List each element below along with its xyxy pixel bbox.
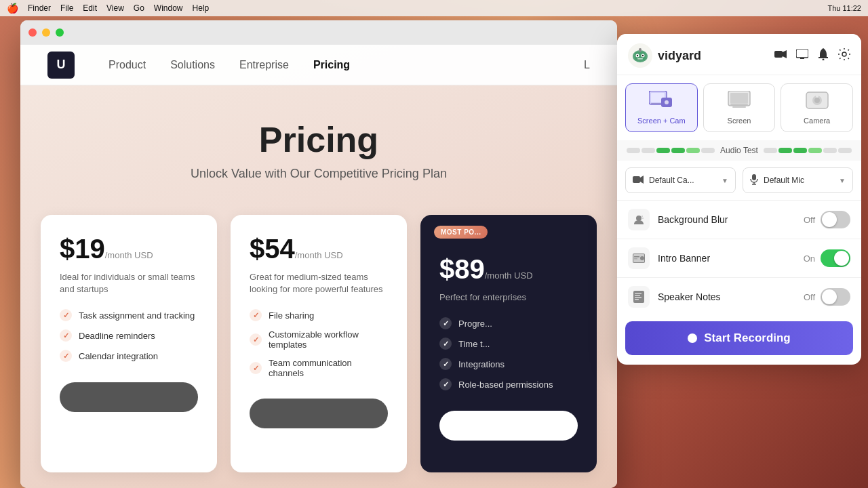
check-mark: ✓: [443, 360, 449, 369]
svg-marker-11: [783, 50, 787, 58]
svg-point-8: [639, 48, 642, 51]
feature-label: Team communication channels: [269, 358, 388, 378]
check-mark: ✓: [253, 311, 259, 320]
camera-select[interactable]: Default Ca... ▼: [625, 167, 736, 193]
audio-test-bar: Audio Test: [617, 140, 861, 161]
price-desc-enterprise: Perfect for enterprises: [439, 291, 578, 304]
feature-list-pro: ✓ File sharing ✓ Customizable workflow t…: [250, 309, 388, 378]
feature-label: Task assignment and tracking: [79, 310, 195, 321]
widget-header: vidyard: [617, 34, 861, 75]
menubar-file[interactable]: File: [60, 3, 73, 13]
nav-solutions[interactable]: Solutions: [170, 59, 215, 71]
screen-cam-icon: [630, 91, 693, 114]
mic-select[interactable]: Default Mic ▼: [743, 167, 853, 193]
card-cta-pro[interactable]: [250, 399, 388, 428]
price-basic: $19/month USD: [60, 234, 198, 264]
nav-right-item[interactable]: L: [584, 59, 590, 71]
menubar-go[interactable]: Go: [134, 3, 144, 13]
check-mark: ✓: [253, 336, 259, 344]
svg-point-20: [665, 100, 669, 104]
svg-rect-29: [633, 176, 640, 183]
intro-banner-row: Intro Banner On: [617, 239, 861, 277]
menubar-left: 🍎 Finder File Edit View Go Window Help: [7, 3, 209, 14]
check-mark: ✓: [253, 364, 259, 373]
traffic-light-close[interactable]: [28, 28, 37, 37]
menubar-window[interactable]: Window: [154, 3, 183, 13]
audio-segment: [671, 148, 685, 153]
mode-tab-screen-cam[interactable]: Screen + Cam: [625, 83, 698, 132]
webpage-content: U Product Solutions Entreprise Pricing L…: [20, 45, 617, 488]
check-icon: ✓: [60, 329, 72, 342]
feature-item: ✓ Team communication channels: [250, 358, 388, 378]
svg-rect-44: [635, 295, 640, 296]
svg-rect-39: [634, 256, 639, 258]
intro-banner-label: Intro Banner: [658, 253, 804, 264]
card-cta-enterprise[interactable]: [439, 411, 578, 441]
vidyard-widget: vidyard: [617, 34, 861, 365]
nav-product[interactable]: Product: [108, 59, 146, 71]
feature-item: ✓ Deadline reminders: [60, 329, 198, 342]
start-recording-button[interactable]: Start Recording: [625, 321, 853, 355]
menubar-help[interactable]: Help: [193, 3, 210, 13]
feature-list-basic: ✓ Task assignment and tracking ✓ Deadlin…: [60, 309, 198, 362]
check-mark: ✓: [63, 331, 69, 340]
menubar-edit[interactable]: Edit: [83, 3, 97, 13]
nav-pricing[interactable]: Pricing: [313, 59, 350, 71]
camera-icon[interactable]: [774, 49, 787, 62]
gear-icon[interactable]: [838, 48, 850, 63]
pricing-title: Pricing: [20, 119, 617, 160]
toggle-thumb: [822, 212, 837, 227]
start-recording-label: Start Recording: [704, 331, 791, 345]
camera-label: Camera: [785, 117, 848, 125]
intro-banner-toggle[interactable]: [821, 249, 850, 267]
feature-list-enterprise: ✓ Progre... ✓ Time t... ✓ Integrations: [439, 317, 578, 390]
record-dot: [688, 333, 697, 343]
mic-select-arrow: ▼: [839, 177, 846, 184]
menubar-view[interactable]: View: [106, 3, 124, 13]
feature-item: ✓ Customizable workflow templates: [250, 329, 388, 350]
background-blur-row: Background Blur Off: [617, 200, 861, 239]
svg-rect-40: [634, 258, 637, 260]
feature-label: Calendar integration: [79, 351, 158, 361]
mic-select-label: Default Mic: [764, 176, 833, 185]
check-icon: ✓: [60, 350, 72, 362]
mode-tabs: Screen + Cam Screen: [617, 75, 861, 140]
bell-icon[interactable]: [818, 48, 829, 63]
check-icon: ✓: [60, 309, 72, 321]
audio-segment: [823, 148, 837, 153]
price-desc-pro: Great for medium-sized teams looking for…: [250, 271, 388, 296]
background-blur-status: Off: [804, 215, 815, 225]
svg-point-15: [842, 52, 846, 56]
apple-menu[interactable]: 🍎: [7, 3, 18, 14]
traffic-light-minimize[interactable]: [42, 28, 50, 37]
nav-entreprise[interactable]: Entreprise: [239, 59, 289, 71]
screen-icon[interactable]: [796, 49, 808, 62]
site-navigation: U Product Solutions Entreprise Pricing L: [20, 45, 617, 85]
check-icon: ✓: [439, 378, 452, 390]
speaker-notes-label: Speaker Notes: [658, 291, 804, 302]
widget-header-icons: [774, 48, 850, 63]
speaker-notes-toggle[interactable]: [821, 288, 850, 306]
mode-tab-camera[interactable]: Camera: [781, 83, 853, 132]
site-logo: U: [47, 52, 75, 79]
price-desc-basic: Ideal for individuals or small teams and…: [60, 271, 198, 296]
svg-point-35: [642, 216, 643, 217]
pricing-cards: $19/month USD Ideal for individuals or s…: [20, 201, 617, 486]
svg-rect-45: [635, 297, 642, 298]
svg-rect-23: [730, 104, 748, 106]
check-icon: ✓: [250, 333, 262, 346]
traffic-light-maximize[interactable]: [56, 28, 64, 37]
price-pro: $54/month USD: [250, 234, 388, 264]
check-icon: ✓: [439, 338, 452, 350]
menubar-finder[interactable]: Finder: [28, 3, 51, 13]
svg-point-34: [636, 216, 642, 221]
background-blur-toggle[interactable]: [821, 211, 850, 228]
feature-item: ✓ Integrations: [439, 358, 578, 370]
mode-tab-screen[interactable]: Screen: [703, 83, 776, 132]
svg-point-36: [642, 218, 644, 219]
feature-label: Time t...: [458, 339, 490, 349]
background-blur-icon: [628, 209, 650, 230]
svg-point-41: [640, 256, 644, 260]
card-cta-basic[interactable]: [60, 382, 198, 412]
svg-marker-30: [640, 176, 644, 184]
